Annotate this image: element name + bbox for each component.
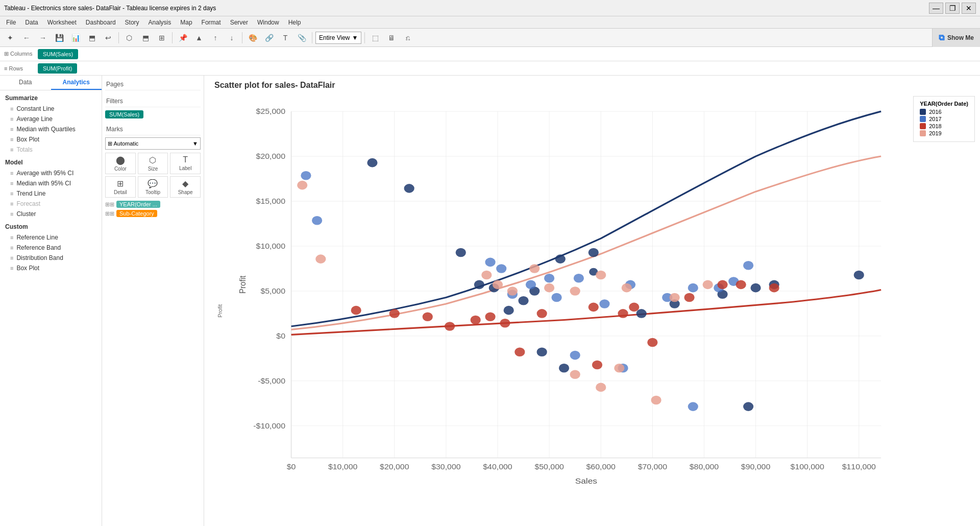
new-btn[interactable]: ✦ <box>3 31 17 44</box>
item-median-95ci[interactable]: ≡Median with 95% CI <box>0 178 102 188</box>
svg-text:Sales: Sales <box>575 476 597 485</box>
menu-format[interactable]: Format <box>198 18 225 27</box>
marks-buttons-grid: ⬤ Color ⬡ Size T Label ⊞ Detail <box>105 153 201 198</box>
item-box-plot-2[interactable]: ≡Box Plot <box>0 263 102 273</box>
legend-dot-2019 <box>920 130 926 136</box>
item-ref-line[interactable]: ≡Reference Line <box>0 232 102 243</box>
svg-point-100 <box>297 181 307 190</box>
svg-text:$90,000: $90,000 <box>741 463 770 471</box>
item-ref-band[interactable]: ≡Reference Band <box>0 243 102 253</box>
left-panel: Data Analytics Summarize ≡Constant Line … <box>0 76 102 526</box>
subcategory-pill[interactable]: Sub-Category <box>116 210 157 217</box>
svg-point-91 <box>618 309 628 318</box>
filter-sum-sales[interactable]: SUM(Sales) <box>105 110 143 118</box>
svg-text:-$5,000: -$5,000 <box>258 377 285 385</box>
svg-text:$80,000: $80,000 <box>690 463 719 471</box>
item-totals: ≡Totals <box>0 145 102 155</box>
minimize-button[interactable]: — <box>929 3 943 14</box>
duplicate-btn[interactable]: ⬒ <box>85 31 99 44</box>
svg-point-115 <box>651 396 661 405</box>
svg-point-112 <box>570 370 580 379</box>
menu-help[interactable]: Help <box>284 18 305 27</box>
item-avg-95ci[interactable]: ≡Average with 95% CI <box>0 168 102 178</box>
item-trend-line[interactable]: ≡Trend Line <box>0 188 102 199</box>
show-me-button[interactable]: ⧉ Show Me <box>932 29 980 47</box>
marks-label-btn[interactable]: T Label <box>170 153 201 174</box>
marks-field-year: ⊞⊞ YEAR(Order ... <box>105 200 201 209</box>
zoom-in-btn[interactable]: ⊞ <box>155 31 169 44</box>
device-btn[interactable]: 🖥 <box>384 31 399 44</box>
forward-btn[interactable]: → <box>36 31 50 44</box>
color-icon: ⬤ <box>116 155 125 165</box>
view-btn[interactable]: ⬚ <box>368 31 382 44</box>
text-btn[interactable]: T <box>278 31 292 44</box>
marks-tooltip-btn[interactable]: 💬 Tooltip <box>138 176 168 198</box>
menu-analysis[interactable]: Analysis <box>144 18 176 27</box>
color-btn[interactable]: 🎨 <box>246 31 260 44</box>
menu-map[interactable]: Map <box>176 18 196 27</box>
menu-file[interactable]: File <box>2 18 20 27</box>
marks-detail-btn[interactable]: ⊞ Detail <box>105 176 136 198</box>
menu-story[interactable]: Story <box>121 18 143 27</box>
pin-btn[interactable]: 📎 <box>295 31 309 44</box>
columns-pill[interactable]: SUM(Sales) <box>38 49 78 59</box>
menu-window[interactable]: Window <box>253 18 283 27</box>
fix-axes-btn[interactable]: 📌 <box>176 31 190 44</box>
tab-data[interactable]: Data <box>0 76 51 90</box>
svg-text:$10,000: $10,000 <box>256 243 285 250</box>
menu-server[interactable]: Server <box>226 18 252 27</box>
pages-header: Pages <box>105 79 201 90</box>
titlebar: Tableau - Electronics store sales- DataF… <box>0 0 980 16</box>
marks-color-btn[interactable]: ⬤ Color <box>105 153 136 174</box>
undo-btn[interactable]: ↩ <box>101 31 115 44</box>
share-btn[interactable]: ⎌ <box>401 31 415 44</box>
item-cluster[interactable]: ≡Cluster <box>0 209 102 219</box>
marks-size-btn[interactable]: ⬡ Size <box>138 153 168 174</box>
svg-text:$100,000: $100,000 <box>791 463 824 471</box>
rows-pill[interactable]: SUM(Profit) <box>38 63 77 74</box>
show-me-icon: ⧉ <box>939 33 944 42</box>
pan-btn[interactable]: ⬒ <box>138 31 153 44</box>
year-pill[interactable]: YEAR(Order ... <box>116 201 160 208</box>
shelf-area: ⊞ Columns SUM(Sales) ≡ Rows SUM(Profit) <box>0 47 980 76</box>
legend: YEAR(Order Date) 2016 2017 2018 2019 <box>913 96 975 142</box>
legend-item-2016: 2016 <box>920 109 968 115</box>
svg-text:$50,000: $50,000 <box>534 463 564 471</box>
link-btn[interactable]: 🔗 <box>262 31 276 44</box>
item-constant-line[interactable]: ≡Constant Line <box>0 104 102 114</box>
svg-point-79 <box>570 351 580 360</box>
tab-analytics[interactable]: Analytics <box>51 76 102 90</box>
menu-worksheet[interactable]: Worksheet <box>43 18 81 27</box>
marks-type-dropdown[interactable]: ⊞ Automatic ▼ <box>105 137 201 150</box>
svg-point-61 <box>559 364 569 373</box>
svg-text:$25,000: $25,000 <box>256 108 285 115</box>
item-average-line[interactable]: ≡Average Line <box>0 114 102 124</box>
menu-dashboard[interactable]: Dashboard <box>82 18 120 27</box>
item-dist-band[interactable]: ≡Distribution Band <box>0 253 102 263</box>
item-median-quartiles[interactable]: ≡Median with Quartiles <box>0 124 102 134</box>
new-ds-btn[interactable]: 📊 <box>68 31 83 44</box>
summarize-title: Summarize <box>0 90 102 104</box>
save-btn[interactable]: 💾 <box>52 31 66 44</box>
sort-desc-btn[interactable]: ↓ <box>225 31 239 44</box>
item-box-plot[interactable]: ≡Box Plot <box>0 134 102 145</box>
view-dropdown[interactable]: Entire View ▼ <box>315 32 361 44</box>
svg-text:$30,000: $30,000 <box>431 463 460 471</box>
marks-shape-btn[interactable]: ◆ Shape <box>170 176 201 198</box>
shape-icon: ◆ <box>182 179 188 188</box>
svg-text:$5,000: $5,000 <box>260 288 285 295</box>
svg-point-48 <box>504 306 514 315</box>
maximize-button[interactable]: ❐ <box>945 3 960 14</box>
back-btn[interactable]: ← <box>19 31 34 44</box>
select-btn[interactable]: ⬡ <box>122 31 136 44</box>
legend-label-2017: 2017 <box>929 116 941 122</box>
svg-point-89 <box>537 309 547 318</box>
detail-icon: ⊞ <box>117 179 124 188</box>
svg-point-59 <box>854 271 864 280</box>
menu-data[interactable]: Data <box>21 18 42 27</box>
svg-point-44 <box>404 184 414 193</box>
sort-asc-btn[interactable]: ↑ <box>208 31 223 44</box>
close-button[interactable]: ✕ <box>962 3 976 14</box>
svg-point-82 <box>351 306 361 315</box>
highlight-btn[interactable]: ▲ <box>192 31 206 44</box>
